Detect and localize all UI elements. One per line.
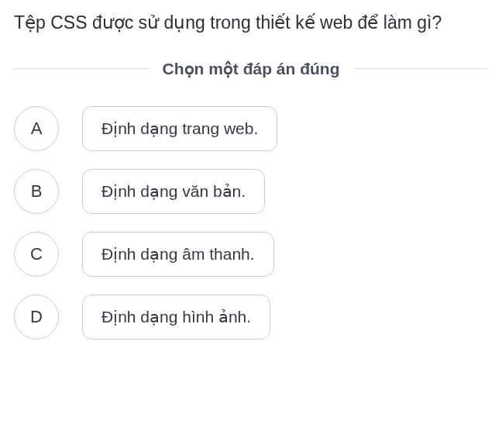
option-label-c[interactable]: Định dạng âm thanh.	[82, 232, 274, 277]
option-bubble-d[interactable]: D	[14, 295, 59, 339]
option-label-b[interactable]: Định dạng văn bản.	[82, 169, 265, 214]
option-row-d: D Định dạng hình ảnh.	[14, 295, 488, 339]
option-row-c: C Định dạng âm thanh.	[14, 232, 488, 277]
instruction-row: Chọn một đáp án đúng	[14, 60, 488, 78]
option-label-a[interactable]: Định dạng trang web.	[82, 106, 277, 151]
option-row-a: A Định dạng trang web.	[14, 106, 488, 151]
instruction-text: Chọn một đáp án đúng	[149, 60, 354, 78]
question-text: Tệp CSS được sử dụng trong thiết kế web …	[14, 9, 488, 36]
divider-left	[14, 68, 149, 69]
option-bubble-b[interactable]: B	[14, 169, 59, 214]
divider-right	[354, 68, 489, 69]
options-container: A Định dạng trang web. B Định dạng văn b…	[14, 106, 488, 339]
option-label-d[interactable]: Định dạng hình ảnh.	[82, 295, 270, 339]
option-bubble-a[interactable]: A	[14, 106, 59, 151]
option-bubble-c[interactable]: C	[14, 232, 59, 277]
option-row-b: B Định dạng văn bản.	[14, 169, 488, 214]
